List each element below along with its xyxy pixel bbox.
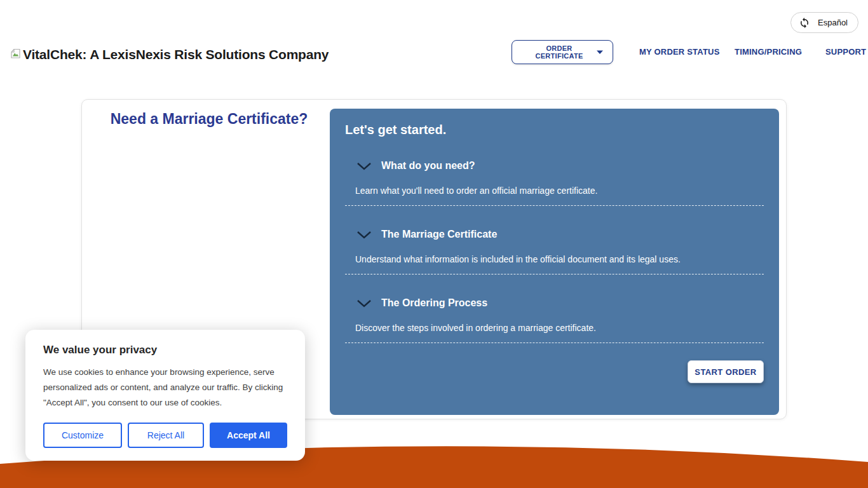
chevron-down-icon [356, 162, 372, 170]
accordion-title: What do you need? [381, 160, 475, 172]
refresh-sync-icon [799, 17, 810, 29]
broken-image-icon [10, 48, 22, 62]
accordion-title: The Ordering Process [381, 297, 487, 309]
page: VitalChek: A LexisNexis Risk Solutions C… [0, 0, 868, 488]
accordion-marriage-certificate[interactable]: The Marriage Certificate [356, 229, 764, 240]
caret-down-icon [596, 50, 604, 55]
accordion-title: The Marriage Certificate [381, 229, 497, 240]
accept-all-button[interactable]: Accept All [210, 423, 287, 448]
start-order-button[interactable]: START ORDER [688, 360, 764, 383]
cookie-consent-dialog: We value your privacy We use cookies to … [25, 330, 305, 461]
language-label: Español [818, 18, 848, 27]
nav-support[interactable]: SUPPORT [825, 47, 866, 57]
reject-all-button[interactable]: Reject All [128, 423, 204, 448]
get-started-panel: Let's get started. What do you need? Lea… [330, 109, 779, 415]
chevron-down-icon [356, 299, 372, 308]
panel-title: Let's get started. [345, 123, 764, 137]
chevron-down-icon [356, 231, 372, 239]
accordion-what-do-you-need[interactable]: What do you need? [356, 160, 764, 172]
divider [345, 342, 764, 343]
cookie-dialog-body: We use cookies to enhance your browsing … [43, 365, 286, 410]
divider [345, 205, 764, 206]
accordion-ordering-process[interactable]: The Ordering Process [356, 297, 764, 309]
nav-my-order-status[interactable]: MY ORDER STATUS [639, 47, 720, 57]
order-certificate-dropdown[interactable]: ORDER CERTIFICATE [512, 40, 613, 64]
page-title: Need a Marriage Certificate? [88, 111, 330, 128]
logo-alt-text: VitalChek: A LexisNexis Risk Solutions C… [23, 47, 329, 62]
customize-button[interactable]: Customize [43, 423, 122, 448]
cookie-actions: Customize Reject All Accept All [43, 423, 287, 448]
accordion-description: Learn what you'll need to order an offic… [355, 186, 764, 196]
language-toggle-button[interactable]: Español [790, 12, 858, 33]
accordion-description: Understand what information is included … [355, 254, 764, 264]
cookie-dialog-title: We value your privacy [43, 344, 287, 356]
order-certificate-label: ORDER CERTIFICATE [522, 44, 596, 60]
divider [345, 274, 764, 274]
accordion-description: Discover the steps involved in ordering … [355, 323, 764, 333]
nav-timing-pricing[interactable]: TIMING/PRICING [735, 47, 802, 57]
vitalchek-logo[interactable]: VitalChek: A LexisNexis Risk Solutions C… [10, 47, 329, 62]
